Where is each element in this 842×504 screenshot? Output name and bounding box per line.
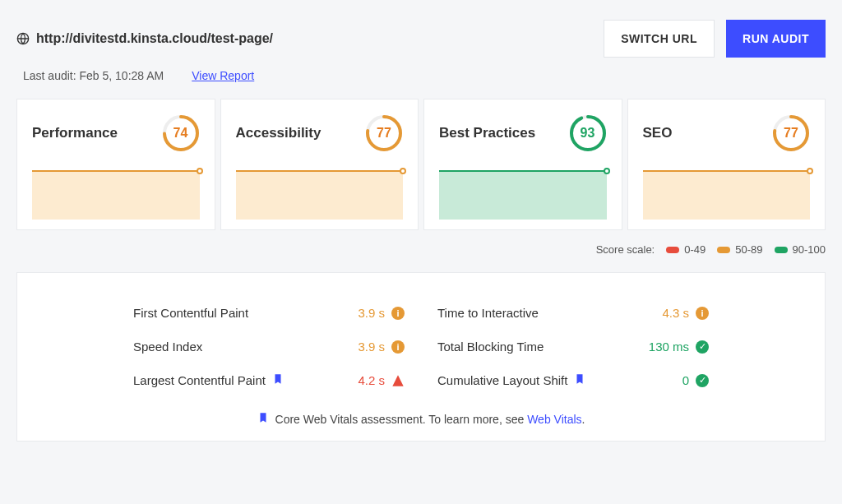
card-header: Performance 74	[32, 114, 200, 152]
bookmark-icon	[257, 412, 269, 426]
audit-url: http://divitestd.kinsta.cloud/test-page/	[36, 31, 273, 46]
metric-name: Largest Contentful Paint	[133, 373, 284, 387]
scale-green: 90-100	[775, 243, 826, 256]
metric-value: 130 ms ✓	[649, 340, 709, 354]
metric-value: 3.9 s i	[358, 340, 405, 354]
url-block: http://divitestd.kinsta.cloud/test-page/	[16, 31, 273, 46]
bookmark-icon	[574, 373, 585, 387]
pill-red-icon	[666, 247, 679, 253]
score-scale: Score scale: 0-49 50-89 90-100	[16, 243, 826, 256]
footer-suffix: .	[582, 413, 585, 426]
score-value: 77	[365, 114, 403, 152]
score-cards-row: Performance 74 Accessibility 77	[16, 99, 826, 230]
metric-value: 0 ✓	[682, 373, 709, 387]
metric-value: 4.3 s i	[662, 306, 709, 320]
globe-icon	[16, 32, 30, 45]
fail-icon	[391, 374, 405, 387]
score-card-accessibility: Accessibility 77	[220, 99, 419, 230]
score-trend-chart	[32, 170, 200, 220]
view-report-link[interactable]: View Report	[192, 69, 254, 82]
bookmark-icon	[272, 373, 284, 387]
metric-row: Total Blocking Time 130 ms ✓	[437, 330, 709, 363]
card-header: Best Practices 93	[439, 114, 607, 152]
score-label: Best Practices	[439, 125, 535, 141]
footer-text: Core Web Vitals assessment. To learn mor…	[275, 413, 585, 426]
metric-name: First Contentful Paint	[133, 306, 248, 320]
score-card-performance: Performance 74	[16, 99, 215, 230]
score-value: 74	[162, 114, 200, 152]
metric-name: Total Blocking Time	[437, 340, 544, 354]
core-web-vitals-note: Core Web Vitals assessment. To learn mor…	[50, 412, 792, 426]
score-trend-chart	[643, 170, 811, 220]
trend-dot-icon	[807, 168, 813, 174]
warn-icon: i	[391, 340, 405, 354]
web-vitals-link[interactable]: Web Vitals	[527, 413, 581, 426]
header-row: http://divitestd.kinsta.cloud/test-page/…	[16, 20, 826, 58]
trend-dot-icon	[197, 168, 203, 174]
score-gauge: 93	[569, 114, 607, 152]
last-audit-timestamp: Last audit: Feb 5, 10:28 AM	[23, 69, 164, 82]
pill-green-icon	[775, 247, 788, 253]
score-value: 77	[772, 114, 810, 152]
sub-header: Last audit: Feb 5, 10:28 AM View Report	[16, 69, 826, 82]
metric-name: Cumulative Layout Shift	[437, 373, 585, 387]
metric-value: 3.9 s i	[358, 306, 405, 320]
metric-row: Time to Interactive 4.3 s i	[437, 296, 709, 330]
scale-orange-label: 50-89	[735, 243, 762, 256]
metrics-grid: First Contentful Paint 3.9 s i Time to I…	[133, 296, 709, 397]
footer-prefix: Core Web Vitals assessment. To learn mor…	[275, 413, 528, 426]
score-card-best-practices: Best Practices 93	[423, 99, 622, 230]
check-icon: ✓	[696, 340, 709, 354]
warn-icon: i	[391, 307, 405, 320]
card-header: SEO 77	[643, 114, 811, 152]
metrics-panel: First Contentful Paint 3.9 s i Time to I…	[16, 272, 826, 442]
score-gauge: 77	[772, 114, 810, 152]
switch-url-button[interactable]: SWITCH URL	[604, 20, 715, 58]
scale-green-label: 90-100	[793, 243, 826, 256]
trend-dot-icon	[400, 168, 406, 174]
scale-red-label: 0-49	[684, 243, 706, 256]
metric-name: Time to Interactive	[437, 306, 539, 320]
warn-icon: i	[696, 307, 709, 320]
metric-row: Cumulative Layout Shift 0 ✓	[437, 363, 709, 397]
score-label: Performance	[32, 125, 118, 141]
score-label: Accessibility	[236, 125, 322, 141]
score-gauge: 77	[365, 114, 403, 152]
score-value: 93	[569, 114, 607, 152]
check-icon: ✓	[696, 374, 709, 387]
trend-dot-icon	[604, 168, 610, 174]
header-buttons: SWITCH URL RUN AUDIT	[604, 20, 826, 58]
score-card-seo: SEO 77	[627, 99, 826, 230]
metric-name: Speed Index	[133, 340, 202, 354]
score-trend-chart	[439, 170, 607, 220]
scale-red: 0-49	[666, 243, 706, 256]
metric-row: Speed Index 3.9 s i	[133, 330, 405, 363]
metric-row: Largest Contentful Paint 4.2 s	[133, 363, 405, 397]
run-audit-button[interactable]: RUN AUDIT	[726, 20, 826, 58]
metric-row: First Contentful Paint 3.9 s i	[133, 296, 405, 330]
card-header: Accessibility 77	[236, 114, 404, 152]
pill-orange-icon	[717, 247, 730, 253]
scale-orange: 50-89	[717, 243, 762, 256]
score-trend-chart	[236, 170, 404, 220]
score-scale-label: Score scale:	[596, 243, 655, 256]
score-gauge: 74	[162, 114, 200, 152]
score-label: SEO	[643, 125, 673, 141]
metric-value: 4.2 s	[358, 373, 405, 387]
